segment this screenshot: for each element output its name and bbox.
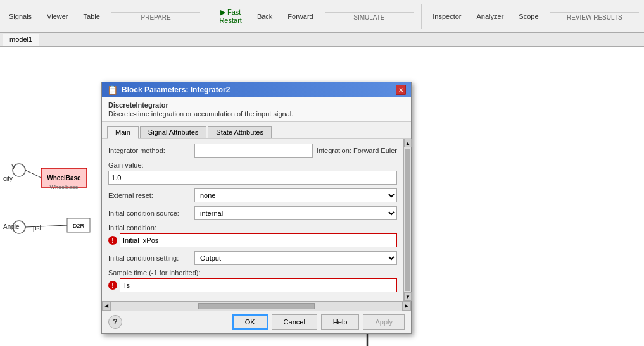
initial-condition-setting-label: Initial condition setting: bbox=[108, 254, 191, 262]
integrator-method-input[interactable] bbox=[194, 144, 313, 158]
tab-main[interactable]: Main bbox=[107, 126, 139, 139]
scope-button[interactable]: Scope bbox=[515, 11, 542, 22]
vertical-scrollbar[interactable]: ▲ ▼ bbox=[403, 139, 411, 301]
initial-condition-error-icon: ! bbox=[108, 236, 117, 245]
integrator-method-label: Integrator method: bbox=[108, 147, 191, 154]
svg-text:D2R: D2R bbox=[73, 223, 85, 229]
analyzer-button[interactable]: Analyzer bbox=[473, 11, 508, 22]
block-description: Discrete-time integration or accumulatio… bbox=[108, 110, 405, 118]
svg-line-12 bbox=[25, 225, 67, 227]
ok-button[interactable]: OK bbox=[232, 314, 268, 330]
dialog-tabs: Main Signal Attributes State Attributes bbox=[102, 122, 411, 139]
block-type-label: DiscreteIntegrator bbox=[108, 101, 405, 109]
svg-text:psi: psi bbox=[33, 225, 41, 232]
gain-value-input[interactable] bbox=[108, 171, 397, 185]
svg-text:Wheelbase: Wheelbase bbox=[49, 184, 78, 190]
integrator-method-value: Integration: Forward Euler bbox=[317, 147, 397, 154]
scroll-down-btn[interactable]: ▼ bbox=[404, 292, 412, 301]
help-button[interactable]: Help bbox=[321, 314, 360, 330]
sample-time-label: Sample time (-1 for inherited): bbox=[108, 269, 397, 276]
initial-condition-source-label: Initial condition source: bbox=[108, 209, 191, 217]
initial-condition-setting-row: Initial condition setting: Output bbox=[108, 251, 397, 265]
review-label: REVIEW RESULTS bbox=[550, 12, 639, 21]
external-reset-label: External reset: bbox=[108, 192, 191, 199]
inspector-button[interactable]: Inspector bbox=[429, 11, 465, 22]
viewer-button[interactable]: Viewer bbox=[43, 11, 72, 22]
svg-text:Angle: Angle bbox=[3, 223, 20, 230]
dialog-scroll-container: Integrator method: Integration: Forward … bbox=[102, 139, 411, 301]
dialog-close-button[interactable]: ✕ bbox=[396, 85, 406, 95]
tabbar: model1 bbox=[0, 33, 644, 47]
integrator-method-row: Integrator method: Integration: Forward … bbox=[108, 144, 397, 158]
back-button[interactable]: Back bbox=[253, 11, 276, 22]
external-reset-row: External reset: none bbox=[108, 188, 397, 202]
scroll-h-thumb[interactable] bbox=[198, 303, 315, 309]
sample-time-error-icon: ! bbox=[108, 281, 117, 290]
tab-signal-attributes[interactable]: Signal Attributes bbox=[140, 126, 207, 138]
svg-point-1 bbox=[13, 221, 25, 233]
scroll-up-btn[interactable]: ▲ bbox=[404, 139, 412, 147]
table-button[interactable]: Table bbox=[80, 11, 104, 22]
cancel-button[interactable]: Cancel bbox=[272, 314, 317, 330]
initial-condition-error-row: ! bbox=[108, 233, 397, 247]
initial-condition-input[interactable] bbox=[120, 233, 397, 247]
initial-condition-setting-select[interactable]: Output bbox=[194, 251, 397, 265]
block-parameters-dialog: 📋 Block Parameters: Integrator2 ✕ Discre… bbox=[101, 82, 412, 334]
scroll-left-btn[interactable]: ◀ bbox=[102, 302, 111, 311]
dialog-titlebar: 📋 Block Parameters: Integrator2 ✕ bbox=[102, 82, 411, 97]
svg-rect-5 bbox=[67, 218, 90, 232]
scroll-thumb[interactable] bbox=[405, 149, 410, 291]
help-icon-button[interactable]: ? bbox=[108, 315, 122, 329]
svg-text:V: V bbox=[11, 163, 16, 170]
dialog-header: DiscreteIntegrator Discrete-time integra… bbox=[102, 97, 411, 122]
sample-time-error-row: ! bbox=[108, 278, 397, 292]
svg-text:WheelBase: WheelBase bbox=[47, 175, 81, 182]
external-reset-select[interactable]: none bbox=[194, 188, 397, 202]
scroll-right-btn[interactable]: ▶ bbox=[402, 302, 411, 311]
dialog-title: 📋 Block Parameters: Integrator2 bbox=[107, 85, 230, 95]
initial-condition-source-row: Initial condition source: internal bbox=[108, 206, 397, 220]
dialog-content: Integrator method: Integration: Forward … bbox=[102, 139, 403, 301]
svg-text:city: city bbox=[3, 175, 13, 182]
dialog-title-text: Block Parameters: Integrator2 bbox=[122, 85, 230, 94]
svg-rect-2 bbox=[41, 168, 87, 187]
dialog-icon: 📋 bbox=[107, 85, 118, 95]
model-tab[interactable]: model1 bbox=[3, 34, 39, 46]
svg-line-11 bbox=[25, 170, 41, 178]
initial-condition-source-select[interactable]: internal bbox=[194, 206, 397, 220]
fast-restart-button[interactable]: ▶ Fast Restart bbox=[215, 7, 245, 25]
initial-condition-label: Initial condition: bbox=[108, 224, 397, 232]
svg-point-0 bbox=[13, 164, 25, 176]
dialog-footer: ? OK Cancel Help Apply bbox=[102, 310, 411, 333]
main-toolbar: Signals Viewer Table PREPARE ▶ Fast Rest… bbox=[0, 0, 644, 33]
gain-value-label: Gain value: bbox=[108, 161, 397, 169]
apply-button[interactable]: Apply bbox=[363, 314, 405, 330]
tab-state-attributes[interactable]: State Attributes bbox=[208, 126, 272, 138]
forward-button[interactable]: Forward bbox=[284, 11, 317, 22]
sample-time-input[interactable] bbox=[120, 278, 397, 292]
main-area: WheelBase Wheelbase D2R V city Angle psi… bbox=[0, 47, 644, 346]
horizontal-scrollbar[interactable]: ◀ ▶ bbox=[102, 301, 411, 310]
simulate-label: SIMULATE bbox=[325, 12, 414, 21]
scroll-track bbox=[111, 302, 402, 311]
prepare-label: PREPARE bbox=[111, 12, 200, 21]
signals-button[interactable]: Signals bbox=[5, 11, 35, 22]
